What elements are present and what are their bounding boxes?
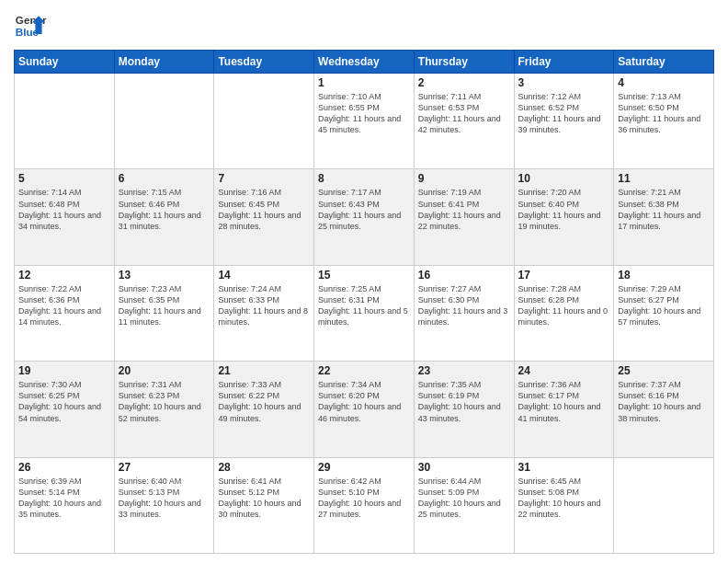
- day-info: Sunrise: 7:16 AM Sunset: 6:45 PM Dayligh…: [218, 187, 310, 232]
- day-info: Sunrise: 7:17 AM Sunset: 6:43 PM Dayligh…: [318, 187, 410, 232]
- weekday-header-tuesday: Tuesday: [214, 51, 314, 74]
- day-info: Sunrise: 7:20 AM Sunset: 6:40 PM Dayligh…: [518, 187, 610, 232]
- weekday-header-friday: Friday: [514, 51, 614, 74]
- day-number: 30: [418, 461, 510, 474]
- day-info: Sunrise: 7:11 AM Sunset: 6:53 PM Dayligh…: [418, 91, 510, 136]
- calendar-cell: 4Sunrise: 7:13 AM Sunset: 6:50 PM Daylig…: [614, 74, 714, 169]
- calendar-cell: 14Sunrise: 7:24 AM Sunset: 6:33 PM Dayli…: [214, 265, 314, 361]
- calendar-cell: 18Sunrise: 7:29 AM Sunset: 6:27 PM Dayli…: [614, 265, 714, 361]
- calendar-cell: 5Sunrise: 7:14 AM Sunset: 6:48 PM Daylig…: [15, 169, 115, 265]
- day-info: Sunrise: 7:13 AM Sunset: 6:50 PM Dayligh…: [618, 91, 710, 136]
- day-info: Sunrise: 7:25 AM Sunset: 6:31 PM Dayligh…: [318, 283, 410, 328]
- day-number: 4: [618, 76, 710, 89]
- weekday-header-wednesday: Wednesday: [314, 51, 415, 74]
- day-number: 19: [18, 364, 110, 377]
- calendar-cell: [614, 457, 714, 553]
- day-number: 27: [119, 461, 210, 474]
- calendar-cell: 13Sunrise: 7:23 AM Sunset: 6:35 PM Dayli…: [114, 265, 214, 361]
- day-number: 22: [318, 364, 410, 377]
- day-number: 28: [218, 461, 310, 474]
- day-number: 31: [518, 461, 610, 474]
- day-number: 6: [119, 172, 210, 185]
- day-number: 5: [18, 172, 110, 185]
- day-info: Sunrise: 7:14 AM Sunset: 6:48 PM Dayligh…: [18, 187, 110, 232]
- calendar-cell: 30Sunrise: 6:44 AM Sunset: 5:09 PM Dayli…: [414, 457, 514, 553]
- day-number: 9: [418, 172, 510, 185]
- day-number: 17: [518, 269, 610, 282]
- calendar-cell: 31Sunrise: 6:45 AM Sunset: 5:08 PM Dayli…: [514, 457, 614, 553]
- calendar-cell: 26Sunrise: 6:39 AM Sunset: 5:14 PM Dayli…: [15, 457, 115, 553]
- day-info: Sunrise: 7:22 AM Sunset: 6:36 PM Dayligh…: [18, 283, 110, 328]
- calendar-cell: 16Sunrise: 7:27 AM Sunset: 6:30 PM Dayli…: [414, 265, 514, 361]
- logo-icon: General Blue: [14, 9, 47, 42]
- calendar-cell: 23Sunrise: 7:35 AM Sunset: 6:19 PM Dayli…: [414, 362, 514, 457]
- day-info: Sunrise: 6:41 AM Sunset: 5:12 PM Dayligh…: [218, 476, 310, 521]
- day-number: 24: [518, 364, 610, 377]
- day-number: 23: [418, 364, 510, 377]
- day-info: Sunrise: 7:37 AM Sunset: 6:16 PM Dayligh…: [618, 379, 710, 424]
- calendar-week-row: 1Sunrise: 7:10 AM Sunset: 6:55 PM Daylig…: [15, 74, 714, 169]
- calendar-cell: 2Sunrise: 7:11 AM Sunset: 6:53 PM Daylig…: [414, 74, 514, 169]
- day-number: 21: [218, 364, 310, 377]
- calendar-cell: 10Sunrise: 7:20 AM Sunset: 6:40 PM Dayli…: [514, 169, 614, 265]
- day-info: Sunrise: 7:19 AM Sunset: 6:41 PM Dayligh…: [418, 187, 510, 232]
- day-number: 14: [218, 269, 310, 282]
- day-number: 11: [618, 172, 710, 185]
- calendar-cell: 21Sunrise: 7:33 AM Sunset: 6:22 PM Dayli…: [214, 362, 314, 457]
- day-number: 29: [318, 461, 410, 474]
- calendar-cell: 27Sunrise: 6:40 AM Sunset: 5:13 PM Dayli…: [114, 457, 214, 553]
- day-number: 16: [418, 269, 510, 282]
- calendar-cell: 15Sunrise: 7:25 AM Sunset: 6:31 PM Dayli…: [314, 265, 415, 361]
- day-info: Sunrise: 6:40 AM Sunset: 5:13 PM Dayligh…: [119, 476, 210, 521]
- page: General Blue SundayMondayTuesdayWednesda…: [0, 0, 728, 563]
- day-number: 13: [119, 269, 210, 282]
- day-info: Sunrise: 6:44 AM Sunset: 5:09 PM Dayligh…: [418, 476, 510, 521]
- day-info: Sunrise: 6:39 AM Sunset: 5:14 PM Dayligh…: [18, 476, 110, 521]
- calendar-cell: 20Sunrise: 7:31 AM Sunset: 6:23 PM Dayli…: [114, 362, 214, 457]
- day-info: Sunrise: 7:33 AM Sunset: 6:22 PM Dayligh…: [218, 379, 310, 424]
- day-info: Sunrise: 7:31 AM Sunset: 6:23 PM Dayligh…: [119, 379, 210, 424]
- weekday-header-sunday: Sunday: [15, 51, 115, 74]
- day-number: 2: [418, 76, 510, 89]
- calendar-cell: 7Sunrise: 7:16 AM Sunset: 6:45 PM Daylig…: [214, 169, 314, 265]
- day-number: 1: [318, 76, 410, 89]
- day-number: 18: [618, 269, 710, 282]
- calendar-cell: 11Sunrise: 7:21 AM Sunset: 6:38 PM Dayli…: [614, 169, 714, 265]
- calendar-cell: [214, 74, 314, 169]
- day-info: Sunrise: 7:28 AM Sunset: 6:28 PM Dayligh…: [518, 283, 610, 328]
- day-number: 3: [518, 76, 610, 89]
- day-number: 20: [119, 364, 210, 377]
- calendar-cell: 22Sunrise: 7:34 AM Sunset: 6:20 PM Dayli…: [314, 362, 415, 457]
- calendar-cell: 29Sunrise: 6:42 AM Sunset: 5:10 PM Dayli…: [314, 457, 415, 553]
- weekday-header-monday: Monday: [114, 51, 214, 74]
- calendar-cell: [15, 74, 115, 169]
- day-number: 10: [518, 172, 610, 185]
- calendar-cell: 17Sunrise: 7:28 AM Sunset: 6:28 PM Dayli…: [514, 265, 614, 361]
- calendar-table: SundayMondayTuesdayWednesdayThursdayFrid…: [14, 50, 714, 554]
- day-info: Sunrise: 7:15 AM Sunset: 6:46 PM Dayligh…: [119, 187, 210, 232]
- calendar-week-row: 26Sunrise: 6:39 AM Sunset: 5:14 PM Dayli…: [15, 457, 714, 553]
- day-number: 25: [618, 364, 710, 377]
- day-info: Sunrise: 7:30 AM Sunset: 6:25 PM Dayligh…: [18, 379, 110, 424]
- day-info: Sunrise: 7:27 AM Sunset: 6:30 PM Dayligh…: [418, 283, 510, 328]
- weekday-header-row: SundayMondayTuesdayWednesdayThursdayFrid…: [15, 51, 714, 74]
- day-info: Sunrise: 7:36 AM Sunset: 6:17 PM Dayligh…: [518, 379, 610, 424]
- calendar-cell: 25Sunrise: 7:37 AM Sunset: 6:16 PM Dayli…: [614, 362, 714, 457]
- day-info: Sunrise: 6:45 AM Sunset: 5:08 PM Dayligh…: [518, 476, 610, 521]
- calendar-cell: 3Sunrise: 7:12 AM Sunset: 6:52 PM Daylig…: [514, 74, 614, 169]
- day-info: Sunrise: 7:35 AM Sunset: 6:19 PM Dayligh…: [418, 379, 510, 424]
- logo: General Blue: [14, 9, 49, 42]
- day-number: 8: [318, 172, 410, 185]
- calendar-cell: 19Sunrise: 7:30 AM Sunset: 6:25 PM Dayli…: [15, 362, 115, 457]
- calendar-cell: 6Sunrise: 7:15 AM Sunset: 6:46 PM Daylig…: [114, 169, 214, 265]
- weekday-header-thursday: Thursday: [414, 51, 514, 74]
- calendar-cell: [114, 74, 214, 169]
- day-info: Sunrise: 7:10 AM Sunset: 6:55 PM Dayligh…: [318, 91, 410, 136]
- calendar-week-row: 12Sunrise: 7:22 AM Sunset: 6:36 PM Dayli…: [15, 265, 714, 361]
- day-info: Sunrise: 6:42 AM Sunset: 5:10 PM Dayligh…: [318, 476, 410, 521]
- header: General Blue: [14, 9, 714, 42]
- calendar-week-row: 19Sunrise: 7:30 AM Sunset: 6:25 PM Dayli…: [15, 362, 714, 457]
- day-number: 12: [18, 269, 110, 282]
- calendar-cell: 8Sunrise: 7:17 AM Sunset: 6:43 PM Daylig…: [314, 169, 415, 265]
- day-info: Sunrise: 7:12 AM Sunset: 6:52 PM Dayligh…: [518, 91, 610, 136]
